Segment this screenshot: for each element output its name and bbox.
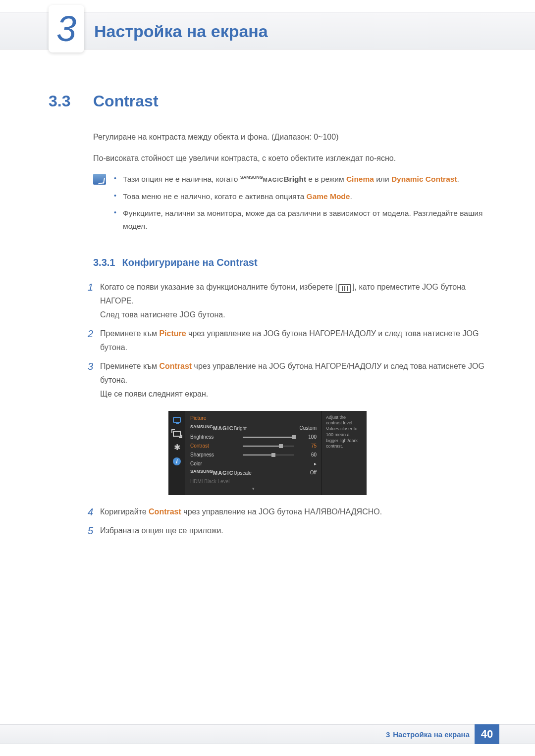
step-2: 2 Преминете към Picture чрез управление … [83, 327, 486, 354]
note-icon [93, 174, 106, 185]
chapter-title: Настройка на екрана [94, 22, 268, 41]
step-number: 3 [83, 359, 93, 401]
step-3: 3 Преминете към Contrast чрез управление… [83, 359, 486, 401]
osd-row-hdmi: HDMI Black Level [190, 477, 317, 486]
note-list: Тази опция не е налична, когато SAMSUNGM… [114, 173, 486, 237]
note-item-2: Това меню не е налично, когато е активна… [114, 190, 486, 203]
osd-label: SAMSUNGMAGICBright [190, 425, 240, 431]
osd-value: Off [297, 470, 317, 475]
osd-label: Color [190, 461, 240, 466]
step-1: 1 Когато се появи указание за функционал… [83, 280, 486, 322]
osd-row-brightness: Brightness 100 [190, 433, 317, 442]
osd-slider [243, 437, 294, 438]
osd-slider [243, 454, 294, 455]
osd-title: Picture [190, 415, 317, 421]
subsection-number: 3.3.1 [93, 257, 115, 268]
note-item-3: Функциите, налични за монитора, може да … [114, 207, 486, 233]
osd-label: Contrast [190, 443, 240, 449]
intro-paragraph-1: Регулиране на контраста между обекта и ф… [93, 130, 486, 144]
osd-row-upscale: SAMSUNGMAGICUpscale Off [190, 468, 317, 477]
osd-main: Picture SAMSUNGMAGICBright Custom Bright… [185, 411, 322, 495]
step-text: Преминете към Picture чрез управление на… [100, 327, 486, 354]
osd-help-text: Adjust the contrast level. Values closer… [322, 411, 367, 495]
osd-label: HDMI Black Level [190, 479, 240, 484]
menu-icon [338, 284, 351, 293]
step-4: 4 Коригирайте Contrast чрез управление н… [83, 505, 486, 519]
step-number: 5 [83, 524, 93, 538]
step-text: Преминете към Contrast чрез управление н… [100, 359, 486, 401]
chevron-down-icon: ▾ [190, 486, 317, 491]
osd-label: Brightness [190, 434, 240, 440]
section-title: Contrast [93, 92, 159, 110]
chapter-number: 3 [56, 11, 76, 47]
step-text: Коригирайте Contrast чрез управление на … [100, 505, 486, 519]
osd-slider [243, 446, 294, 447]
osd-value: 75 [297, 443, 317, 449]
page-root: 3 Настройка на екрана 3.3 Contrast Регул… [0, 0, 535, 756]
footer-bar: 3Настройка на екрана 40 [0, 724, 535, 744]
chevron-right-icon: ▸ [297, 461, 317, 466]
note-block: Тази опция не е налична, когато SAMSUNGM… [93, 173, 486, 237]
osd-row-sharpness: Sharpness 60 [190, 451, 317, 459]
osd-value: 60 [297, 452, 317, 457]
content-area: 3.3 Contrast Регулиране на контраста меж… [49, 92, 486, 543]
monitor-icon [172, 416, 182, 424]
step-text: Избраната опция ще се приложи. [100, 524, 486, 538]
section-heading: 3.3 Contrast [49, 92, 486, 110]
chapter-badge: 3 [49, 5, 84, 52]
intro-paragraph-2: По-високата стойност ще увеличи контраст… [93, 151, 486, 165]
resize-icon [172, 430, 182, 438]
osd-row-contrast: Contrast 75 [190, 442, 317, 451]
step-5: 5 Избраната опция ще се приложи. [83, 524, 486, 538]
gear-icon: ✱ [172, 444, 182, 452]
osd-value: 100 [297, 434, 317, 440]
footer-chapter-label: 3Настройка на екрана [386, 730, 475, 739]
osd-label: Sharpness [190, 452, 240, 457]
step-number: 4 [83, 505, 93, 519]
info-icon: i [172, 457, 182, 465]
step-text: Когато се появи указание за функционални… [100, 280, 486, 322]
osd-row-color: Color ▸ [190, 459, 317, 468]
osd-value: Custom [297, 425, 317, 431]
note-item-1: Тази опция не е налична, когато SAMSUNGM… [114, 173, 486, 186]
section-number: 3.3 [49, 92, 83, 110]
step-number: 2 [83, 327, 93, 354]
subsection-heading: 3.3.1 Конфигуриране на Contrast [93, 257, 486, 268]
osd-label: SAMSUNGMAGICUpscale [190, 470, 240, 476]
osd-sidebar: ✱ i [168, 411, 185, 495]
osd-row-magicbright: SAMSUNGMAGICBright Custom [190, 424, 317, 433]
subsection-title: Конфигуриране на Contrast [122, 257, 257, 268]
osd-panel: ✱ i Picture SAMSUNGMAGICBright Custom Br… [168, 411, 367, 495]
page-number: 40 [475, 724, 499, 744]
step-number: 1 [83, 280, 93, 322]
